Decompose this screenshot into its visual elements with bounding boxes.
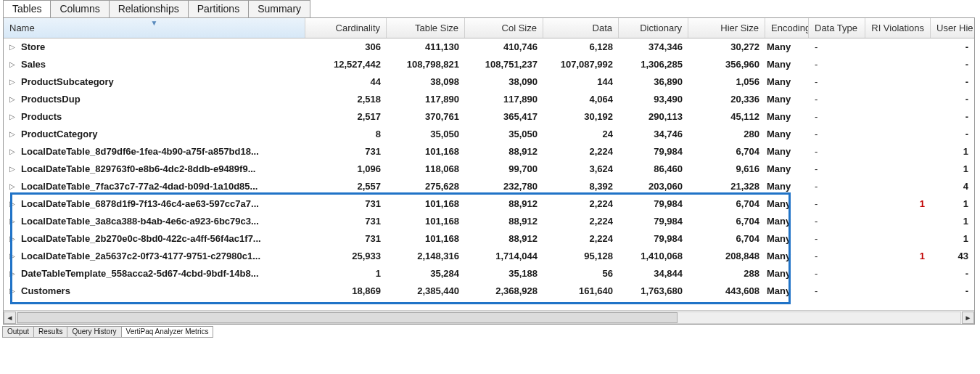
table-row[interactable]: ▷ProductsDup2,518117,890117,8904,06493,4… bbox=[4, 91, 974, 108]
top-tab-partitions[interactable]: Partitions bbox=[188, 0, 249, 17]
table-row[interactable]: ▷LocalDateTable_2b270e0c-8bd0-422c-a4ff-… bbox=[4, 230, 974, 248]
table-row[interactable]: ▷Customers18,8692,385,4402,368,928161,64… bbox=[4, 282, 974, 300]
table-row[interactable]: ▷LocalDateTable_7fac37c7-77a2-4dad-b09d-… bbox=[4, 178, 974, 195]
table-row[interactable]: ▷DateTableTemplate_558acca2-5d67-4cbd-9b… bbox=[4, 265, 974, 282]
expand-icon[interactable]: ▷ bbox=[9, 108, 17, 126]
expand-icon[interactable]: ▷ bbox=[9, 126, 17, 143]
table-row[interactable]: ▷Sales12,527,442108,798,821108,751,23710… bbox=[4, 56, 974, 73]
cell-name[interactable]: ▷Customers bbox=[4, 282, 305, 300]
cell: 370,761 bbox=[387, 108, 465, 126]
cell: - bbox=[931, 265, 974, 282]
bottom-tab-output[interactable]: Output bbox=[2, 326, 34, 338]
expand-icon[interactable]: ▷ bbox=[9, 265, 17, 282]
top-tab-tables[interactable]: Tables bbox=[3, 0, 51, 17]
cell: - bbox=[931, 73, 974, 91]
cell: Many bbox=[765, 282, 809, 300]
col-header-data[interactable]: Data bbox=[543, 18, 619, 38]
horizontal-scrollbar[interactable]: ◄ ► bbox=[4, 310, 974, 324]
col-header-encoding[interactable]: Encoding bbox=[765, 18, 809, 38]
cell-name[interactable]: ▷LocalDateTable_829763f0-e8b6-4dc2-8ddb-… bbox=[4, 160, 305, 178]
col-header-col-size[interactable]: Col Size bbox=[465, 18, 543, 38]
cell: 232,780 bbox=[465, 178, 543, 195]
cell: 30,272 bbox=[688, 38, 765, 56]
table-row[interactable]: ▷ProductCategory835,05035,0502434,746280… bbox=[4, 126, 974, 143]
top-tab-relationships[interactable]: Relationships bbox=[109, 0, 189, 17]
cell: 117,890 bbox=[465, 91, 543, 108]
cell: Many bbox=[765, 91, 809, 108]
cell: 2,224 bbox=[543, 143, 619, 160]
table-row[interactable]: ▷LocalDateTable_2a5637c2-0f73-4177-9751-… bbox=[4, 248, 974, 265]
cell: - bbox=[931, 126, 974, 143]
top-tab-summary[interactable]: Summary bbox=[248, 0, 310, 17]
cell-name[interactable]: ▷LocalDateTable_3a8ca388-b4ab-4e6c-a923-… bbox=[4, 213, 305, 230]
expand-icon[interactable]: ▷ bbox=[9, 56, 17, 73]
col-header-table-size[interactable]: Table Size bbox=[387, 18, 465, 38]
cell: 280 bbox=[688, 126, 765, 143]
expand-icon[interactable]: ▷ bbox=[9, 195, 17, 213]
expand-icon[interactable]: ▷ bbox=[9, 160, 17, 178]
cell: 108,751,237 bbox=[465, 56, 543, 73]
col-header-dictionary[interactable]: Dictionary bbox=[619, 18, 688, 38]
table-row[interactable]: ▷LocalDateTable_3a8ca388-b4ab-4e6c-a923-… bbox=[4, 213, 974, 230]
scroll-left-button[interactable]: ◄ bbox=[4, 312, 16, 324]
cell-name[interactable]: ▷ProductCategory bbox=[4, 126, 305, 143]
bottom-tab-results[interactable]: Results bbox=[33, 326, 67, 338]
cell-name[interactable]: ▷LocalDateTable_2a5637c2-0f73-4177-9751-… bbox=[4, 248, 305, 265]
table-row[interactable]: ▷LocalDateTable_829763f0-e8b6-4dc2-8ddb-… bbox=[4, 160, 974, 178]
cell: 38,090 bbox=[465, 73, 543, 91]
col-header-cardinality[interactable]: Cardinality bbox=[305, 18, 387, 38]
cell: 161,640 bbox=[543, 282, 619, 300]
cell: 44 bbox=[305, 73, 387, 91]
cell: 1,410,068 bbox=[619, 248, 688, 265]
expand-icon[interactable]: ▷ bbox=[9, 143, 17, 160]
cell: - bbox=[809, 265, 865, 282]
cell: Many bbox=[765, 195, 809, 213]
table-row[interactable]: ▷Store306411,130410,7466,128374,34630,27… bbox=[4, 38, 974, 56]
col-header-ri-violations[interactable]: RI Violations bbox=[865, 18, 931, 38]
expand-icon[interactable]: ▷ bbox=[9, 178, 17, 195]
scroll-track[interactable] bbox=[17, 312, 961, 324]
col-header-name[interactable]: ▼ Name bbox=[4, 18, 305, 38]
cell-name[interactable]: ▷Products bbox=[4, 108, 305, 126]
cell-name[interactable]: ▷ProductsDup bbox=[4, 91, 305, 108]
cell: 79,984 bbox=[619, 195, 688, 213]
cell: 88,912 bbox=[465, 195, 543, 213]
top-tab-columns[interactable]: Columns bbox=[50, 0, 109, 17]
cell-name[interactable]: ▷DateTableTemplate_558acca2-5d67-4cbd-9b… bbox=[4, 265, 305, 282]
cell: 365,417 bbox=[465, 108, 543, 126]
cell-name[interactable]: ▷LocalDateTable_6878d1f9-7f13-46c4-ae63-… bbox=[4, 195, 305, 213]
bottom-tab-vertipaq-analyzer-metrics[interactable]: VertiPaq Analyzer Metrics bbox=[121, 326, 214, 338]
table-row[interactable]: ▷LocalDateTable_8d79df6e-1fea-4b90-a75f-… bbox=[4, 143, 974, 160]
cell: 731 bbox=[305, 143, 387, 160]
cell: 288 bbox=[688, 265, 765, 282]
expand-icon[interactable]: ▷ bbox=[9, 91, 17, 108]
col-header-user-hier[interactable]: User Hie bbox=[931, 18, 974, 38]
cell: 6,704 bbox=[688, 195, 765, 213]
cell: 6,128 bbox=[543, 38, 619, 56]
cell-name[interactable]: ▷ProductSubcategory bbox=[4, 73, 305, 91]
cell-name[interactable]: ▷Sales bbox=[4, 56, 305, 73]
cell: 306 bbox=[305, 38, 387, 56]
table-row[interactable]: ▷Products2,517370,761365,41730,192290,11… bbox=[4, 108, 974, 126]
table-row[interactable]: ▷ProductSubcategory4438,09838,09014436,8… bbox=[4, 73, 974, 91]
cell: 374,346 bbox=[619, 38, 688, 56]
cell-name[interactable]: ▷LocalDateTable_8d79df6e-1fea-4b90-a75f-… bbox=[4, 143, 305, 160]
cell-name[interactable]: ▷LocalDateTable_7fac37c7-77a2-4dad-b09d-… bbox=[4, 178, 305, 195]
expand-icon[interactable]: ▷ bbox=[9, 248, 17, 265]
table-row[interactable]: ▷LocalDateTable_6878d1f9-7f13-46c4-ae63-… bbox=[4, 195, 974, 213]
cell-name[interactable]: ▷LocalDateTable_2b270e0c-8bd0-422c-a4ff-… bbox=[4, 230, 305, 248]
scroll-thumb[interactable] bbox=[17, 312, 678, 323]
expand-icon[interactable]: ▷ bbox=[9, 282, 17, 300]
scroll-right-button[interactable]: ► bbox=[962, 312, 974, 324]
expand-icon[interactable]: ▷ bbox=[9, 230, 17, 248]
cell-name[interactable]: ▷Store bbox=[4, 38, 305, 56]
expand-icon[interactable]: ▷ bbox=[9, 213, 17, 230]
bottom-tab-query-history[interactable]: Query History bbox=[67, 326, 121, 338]
col-header-data-type[interactable]: Data Type bbox=[809, 18, 865, 38]
expand-icon[interactable]: ▷ bbox=[9, 38, 17, 56]
cell: Many bbox=[765, 178, 809, 195]
col-header-hier-size[interactable]: Hier Size bbox=[688, 18, 765, 38]
cell: 8,392 bbox=[543, 178, 619, 195]
cell: Many bbox=[765, 213, 809, 230]
expand-icon[interactable]: ▷ bbox=[9, 73, 17, 91]
